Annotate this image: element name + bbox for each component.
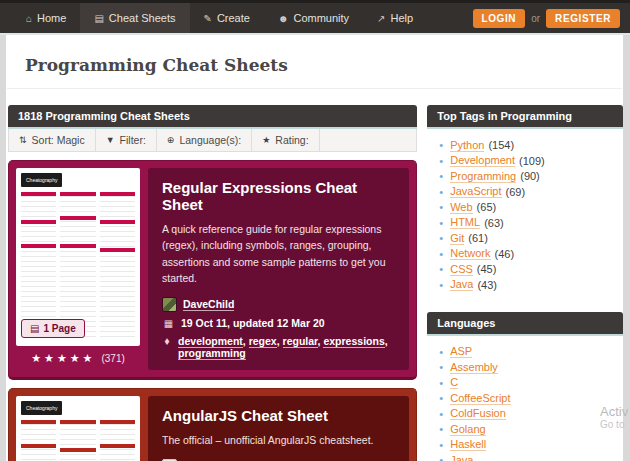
thumbnail-column: Cheatography ▤ xyxy=(16,168,140,370)
bullet-icon: • xyxy=(439,361,443,373)
language-link[interactable]: Java xyxy=(450,454,473,461)
tag-list: development regex regular expressions pr… xyxy=(178,335,395,359)
top-tag-link[interactable]: HTML xyxy=(450,216,480,229)
preview-column xyxy=(21,420,56,461)
preview-column xyxy=(60,420,95,461)
top-tag-count: (154) xyxy=(488,139,514,151)
tag-link[interactable]: regex xyxy=(249,335,277,348)
tag-link[interactable]: programming xyxy=(178,347,246,360)
cheat-sheet-description: A quick reference guide for regular expr… xyxy=(162,221,395,286)
rating-count: (371) xyxy=(101,353,124,364)
top-tag-count: (63) xyxy=(484,217,504,229)
login-button[interactable]: LOGIN xyxy=(473,9,526,28)
top-tag-link[interactable]: JavaScript xyxy=(450,185,501,198)
cheat-sheet-card: Cheatography ▤ xyxy=(8,388,417,461)
activation-watermark: Activ Go to xyxy=(600,404,630,430)
nav-item-community[interactable]: ☻ Community xyxy=(264,3,363,33)
top-tag-count: (109) xyxy=(519,155,545,167)
tag-link[interactable]: expressions xyxy=(323,335,384,348)
rating-label: Rating: xyxy=(275,134,308,146)
nav-item-help[interactable]: ↗ Help xyxy=(363,3,427,33)
language-link[interactable]: Golang xyxy=(450,423,485,436)
filter-bar: ⇅ Sort: Magic ▼ Filter: ⊕ Language(s): ★… xyxy=(8,129,417,152)
tag-icon: ⬧ xyxy=(162,335,172,347)
top-tags-header: Top Tags in Programming xyxy=(427,105,623,129)
top-tag-link[interactable]: Git xyxy=(450,232,464,245)
star-rating: ★★★★★ xyxy=(31,352,95,365)
language-link[interactable]: ASP xyxy=(450,345,472,358)
date-text: 19 Oct 11, updated 12 Mar 20 xyxy=(181,317,325,329)
top-tag-item: •Python(154) xyxy=(439,139,623,152)
author-row: DaveChild xyxy=(162,297,395,312)
tag-link[interactable]: regular xyxy=(283,335,318,348)
top-tag-link[interactable]: Java xyxy=(450,278,473,291)
navbar-accent-strip xyxy=(0,33,630,35)
cheat-sheet-thumbnail[interactable]: Cheatography ▤ xyxy=(16,168,140,346)
top-tag-count: (43) xyxy=(477,279,497,291)
bullet-icon: • xyxy=(439,377,443,389)
preview-column xyxy=(100,192,135,338)
sort-icon: ⇅ xyxy=(19,135,27,145)
author-link[interactable]: DaveChild xyxy=(183,298,234,311)
cheat-sheet-card: Cheatography ▤ xyxy=(8,160,417,380)
auth-area: LOGIN or REGISTER xyxy=(473,3,630,33)
nav-label-create: Create xyxy=(217,12,250,24)
sort-control[interactable]: ⇅ Sort: Magic xyxy=(9,129,96,151)
top-tag-item: •Java(43) xyxy=(439,278,623,291)
rating-control[interactable]: ★ Rating: xyxy=(252,129,319,151)
people-icon: ☻ xyxy=(278,13,289,24)
language-link[interactable]: Assembly xyxy=(450,361,498,374)
language-item: •Java xyxy=(439,454,623,461)
page-container: Programming Cheat Sheets 1818 Programmin… xyxy=(6,35,623,461)
language-item: •Assembly xyxy=(439,361,623,374)
or-text: or xyxy=(531,13,540,24)
grid-icon: ▤ xyxy=(94,13,103,24)
language-link[interactable]: C xyxy=(450,376,458,389)
content: 1818 Programming Cheat Sheets ⇅ Sort: Ma… xyxy=(6,89,623,461)
filter-label: Filter: xyxy=(120,134,146,146)
cheat-sheet-title[interactable]: AngularJS Cheat Sheet xyxy=(162,407,395,424)
thumbnail-title-lines xyxy=(66,401,135,402)
pages-badge[interactable]: ▤ 1 Page xyxy=(21,319,85,338)
nav-item-cheat-sheets[interactable]: ▤ Cheat Sheets xyxy=(80,3,189,33)
top-tag-count: (69) xyxy=(506,186,526,198)
language-item: •Golang xyxy=(439,423,623,436)
cheat-sheet-thumbnail[interactable]: Cheatography ▤ xyxy=(16,396,140,461)
bullet-icon: • xyxy=(439,139,443,151)
top-tag-link[interactable]: Programming xyxy=(450,170,516,183)
tag: programming xyxy=(178,347,246,360)
nav-item-create[interactable]: ✎ Create xyxy=(190,3,264,33)
nav-item-home[interactable]: ⌂ Home xyxy=(12,3,80,33)
language-link[interactable]: ColdFusion xyxy=(450,407,506,420)
nav-label-home: Home xyxy=(37,12,66,24)
avatar xyxy=(162,297,177,312)
star-icon: ★ xyxy=(262,135,270,145)
cheat-sheet-title[interactable]: Regular Expressions Cheat Sheet xyxy=(162,179,395,213)
language-control[interactable]: ⊕ Language(s): xyxy=(157,129,252,151)
register-button[interactable]: REGISTER xyxy=(546,9,620,28)
language-label: Language(s): xyxy=(179,134,241,146)
top-tag-link[interactable]: Network xyxy=(450,247,490,260)
top-tag-count: (65) xyxy=(477,201,497,213)
language-item: •C xyxy=(439,376,623,389)
pencil-icon: ✎ xyxy=(204,13,212,24)
filter-control[interactable]: ▼ Filter: xyxy=(96,129,157,151)
thumbnail-preview xyxy=(21,420,135,461)
top-tag-item: •HTML(63) xyxy=(439,216,623,229)
thumbnail-header: Cheatography xyxy=(21,173,135,187)
cheat-sheet-description: The official – unofficial AngularJS chea… xyxy=(162,432,395,448)
top-tag-count: (90) xyxy=(520,170,540,182)
results-header: 1818 Programming Cheat Sheets xyxy=(8,105,417,129)
top-tag-link[interactable]: Web xyxy=(450,201,472,214)
top-tag-link[interactable]: CSS xyxy=(450,263,473,276)
language-link[interactable]: Haskell xyxy=(450,438,486,451)
nav-label-cheat-sheets: Cheat Sheets xyxy=(109,12,176,24)
navbar: ⌂ Home ▤ Cheat Sheets ✎ Create ☻ Communi… xyxy=(0,0,630,33)
top-tag-link[interactable]: Development xyxy=(450,154,515,167)
language-item: •CoffeeScript xyxy=(439,392,623,405)
bullet-icon: • xyxy=(439,201,443,213)
top-tag-link[interactable]: Python xyxy=(450,139,484,152)
language-link[interactable]: CoffeeScript xyxy=(450,392,510,405)
bullet-icon: • xyxy=(439,170,443,182)
top-tags-list: •Python(154) •Development(109) •Programm… xyxy=(427,129,623,296)
